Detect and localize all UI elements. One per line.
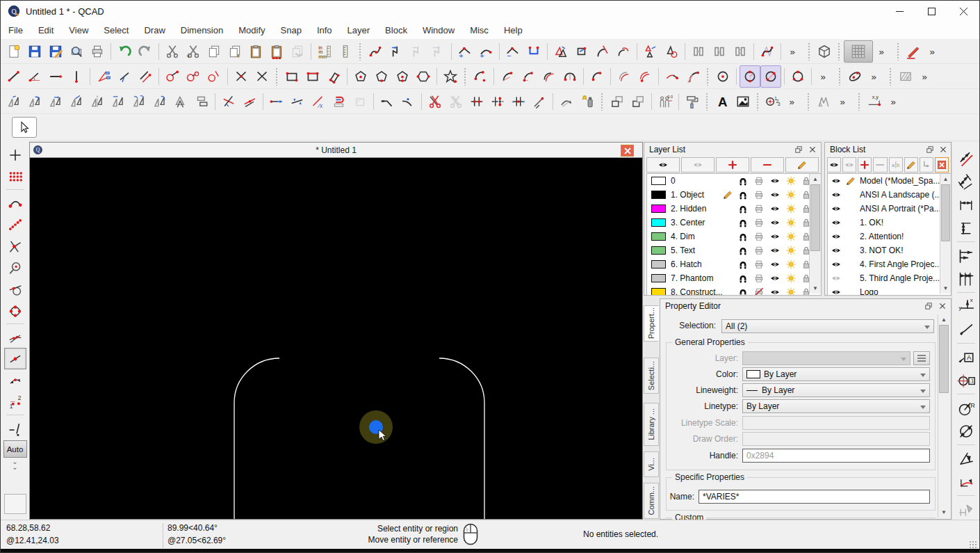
menu-draw[interactable]: Draw bbox=[136, 22, 172, 39]
break-dashed-button[interactable] bbox=[487, 90, 508, 113]
coordinate-snap-button[interactable] bbox=[4, 494, 26, 514]
arc-par-1-button[interactable] bbox=[614, 65, 635, 88]
polyline-u-button[interactable] bbox=[523, 40, 544, 63]
block-row[interactable]: Model (*Model_Spa... bbox=[828, 174, 951, 188]
minimize-button[interactable] bbox=[883, 1, 915, 22]
layer-print-icon[interactable] bbox=[753, 231, 765, 242]
star-button[interactable] bbox=[440, 65, 461, 88]
grid-toggle-button[interactable] bbox=[844, 40, 873, 63]
overflow-button[interactable]: » bbox=[885, 90, 906, 113]
polyline-append-button[interactable] bbox=[386, 40, 407, 63]
modify-move-button[interactable] bbox=[45, 90, 66, 113]
vertex-append-button[interactable]: + bbox=[475, 40, 496, 63]
dim-label-button[interactable]: A bbox=[955, 346, 977, 369]
menu-view[interactable]: View bbox=[61, 22, 96, 39]
block-add-button[interactable] bbox=[858, 157, 872, 173]
dim-radius-button[interactable]: R bbox=[955, 396, 977, 419]
block-row[interactable]: 1. OK! bbox=[828, 216, 951, 230]
file-save-as-button[interactable] bbox=[45, 40, 66, 63]
dock-tab-vi[interactable]: Vi... bbox=[644, 451, 659, 477]
color-combobox[interactable]: By Layer bbox=[742, 367, 930, 381]
resize-grip[interactable] bbox=[969, 540, 977, 549]
viewport-button[interactable] bbox=[813, 90, 834, 113]
clip-magnet-button[interactable] bbox=[329, 90, 350, 113]
snap-reference-button[interactable] bbox=[4, 257, 26, 278]
layer-brightness-icon[interactable] bbox=[785, 245, 797, 256]
layer-row[interactable]: 4. Dim bbox=[647, 230, 821, 243]
modify-rotate-button[interactable] bbox=[24, 90, 45, 113]
layer-snap-icon[interactable] bbox=[737, 175, 749, 186]
handle-input[interactable]: 0x2894 bbox=[742, 449, 930, 463]
ellipse-button[interactable] bbox=[844, 65, 865, 88]
block-row[interactable]: 3. NOT OK! bbox=[828, 243, 951, 257]
polygon-cs-button[interactable] bbox=[392, 65, 413, 88]
property-editor-close-button[interactable] bbox=[937, 300, 948, 312]
paste-ref-button[interactable] bbox=[287, 40, 308, 63]
overflow-button[interactable]: » bbox=[834, 90, 855, 113]
rect-2p-button[interactable] bbox=[281, 65, 302, 88]
dim-leader-button[interactable] bbox=[955, 318, 977, 341]
line-horizontal-button[interactable] bbox=[45, 65, 66, 88]
layer-list-close-button[interactable] bbox=[807, 144, 818, 155]
snap-free-button[interactable] bbox=[4, 144, 26, 166]
snap-restrict-ortho-button[interactable] bbox=[4, 369, 26, 391]
line-vertical-button[interactable] bbox=[66, 65, 87, 88]
layer-visible-icon[interactable] bbox=[769, 189, 781, 200]
trim-two-button[interactable] bbox=[218, 90, 239, 113]
line-ortho-button[interactable] bbox=[114, 65, 135, 88]
dock-tab-comm[interactable]: Comm... bbox=[644, 483, 659, 519]
layer-snap-icon[interactable] bbox=[737, 273, 749, 284]
block-close-button[interactable] bbox=[935, 157, 949, 173]
dim-arc-button[interactable] bbox=[955, 470, 977, 493]
dim-ordinate-button[interactable]: xy bbox=[955, 295, 977, 318]
layer-print-icon[interactable] bbox=[753, 203, 765, 214]
layer-print-icon[interactable] bbox=[753, 189, 765, 200]
property-editor-float-button[interactable] bbox=[923, 300, 934, 312]
layer-brightness-icon[interactable] bbox=[785, 287, 797, 296]
layer-snap-icon[interactable] bbox=[737, 231, 749, 242]
file-save-button[interactable] bbox=[24, 40, 45, 63]
redo-button[interactable] bbox=[135, 40, 156, 63]
corner-sharp-button[interactable] bbox=[377, 90, 398, 113]
layer-snap-icon[interactable] bbox=[737, 203, 749, 214]
arc-2p-button[interactable] bbox=[587, 65, 607, 88]
unit-converter-button[interactable]: inmmm bbox=[314, 40, 335, 63]
layer-brightness-icon[interactable] bbox=[785, 203, 797, 214]
block-visible-icon[interactable] bbox=[831, 203, 842, 214]
paint-format-button[interactable] bbox=[682, 90, 703, 113]
name-input[interactable]: *VARIES* bbox=[699, 490, 930, 504]
snap-quadrant-button[interactable] bbox=[4, 300, 26, 321]
arc-blend-button[interactable] bbox=[613, 40, 634, 63]
menu-info[interactable]: Info bbox=[309, 22, 340, 39]
snap-intersection-button[interactable] bbox=[4, 235, 26, 257]
pipe-double-button[interactable] bbox=[730, 40, 751, 63]
block-remove-button[interactable] bbox=[873, 157, 887, 173]
divide-x-button[interactable]: ∕x bbox=[308, 90, 329, 113]
polyline-open-button[interactable] bbox=[407, 40, 427, 63]
hatch-button[interactable] bbox=[895, 65, 916, 88]
line-2p-button[interactable] bbox=[3, 65, 24, 88]
menu-select[interactable]: Select bbox=[96, 22, 136, 39]
block-list-close-button[interactable] bbox=[938, 144, 949, 155]
dim-angular-button[interactable] bbox=[955, 447, 977, 470]
shape-rotate-button[interactable] bbox=[661, 40, 682, 63]
overflow-button[interactable]: » bbox=[924, 40, 945, 63]
layer-print-icon[interactable] bbox=[753, 217, 765, 228]
block-visible-icon[interactable] bbox=[831, 217, 842, 228]
snap-tangential-button[interactable] bbox=[4, 326, 26, 348]
property-scroll-up[interactable]: ▲ bbox=[938, 314, 949, 325]
vertex-remove-button[interactable]: − bbox=[503, 40, 523, 63]
layer-snap-icon[interactable] bbox=[737, 245, 749, 256]
layer-add-button[interactable] bbox=[716, 157, 749, 173]
dim-brush-button[interactable] bbox=[955, 498, 977, 521]
modify-mirror-axis-button[interactable] bbox=[87, 90, 108, 113]
auto-trim-button[interactable] bbox=[350, 90, 370, 113]
block-show-all-button[interactable] bbox=[827, 157, 841, 173]
order-back-button[interactable] bbox=[628, 90, 648, 113]
dock-tab-library[interactable]: Library ... bbox=[644, 403, 659, 446]
layer-print-icon[interactable] bbox=[753, 273, 765, 284]
snap-auto-button[interactable]: Auto bbox=[3, 440, 27, 458]
dim-horizontal-button[interactable] bbox=[955, 193, 977, 216]
circle-tangent-2-button[interactable] bbox=[183, 65, 204, 88]
layer-brightness-icon[interactable] bbox=[785, 175, 797, 186]
